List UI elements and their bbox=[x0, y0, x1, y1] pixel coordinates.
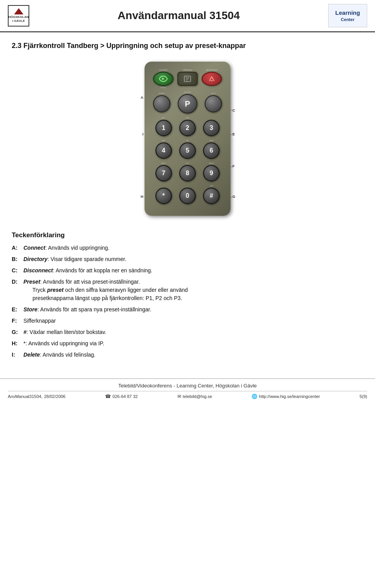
directory-label: directory bbox=[177, 69, 198, 71]
legend-item-a: A: Connect: Används vid uppringning. bbox=[12, 244, 363, 252]
menu-sub-label: menu bbox=[153, 86, 173, 89]
delete-sub-label: delete bbox=[153, 92, 170, 94]
legend-text-f: Sifferknappar bbox=[23, 317, 56, 325]
num-btn-1: abc 1 bbox=[153, 117, 174, 136]
phone-icon: ☎ bbox=[105, 394, 111, 399]
key-0[interactable]: 0 bbox=[179, 188, 196, 204]
num-btn-5: jkl 5 bbox=[177, 139, 198, 159]
legend-text-h: *: Används vid uppringning via IP. bbox=[23, 339, 104, 348]
footer-email-address: telebild@hig.se bbox=[183, 394, 212, 399]
footer-bottom: AnvManual31504, 28/02/2006 ☎ 026-64 87 3… bbox=[8, 391, 367, 399]
legend-key-e: E: bbox=[12, 306, 23, 314]
legend-key-b: B: bbox=[12, 255, 23, 263]
footer: Telebild/Videokonferens - Learning Cente… bbox=[0, 378, 375, 399]
legend-text-g: #: Växlar mellan liten/stor bokstav. bbox=[23, 328, 106, 336]
remote-section: A B C D I E F H G bbox=[55, 58, 320, 224]
legend-item-c: C: Disconnect: Används för att koppla ne… bbox=[12, 266, 363, 275]
header: HÖGSKOLAN I GÄVLE Användarmanual 31504 L… bbox=[0, 0, 375, 32]
footer-phone-number: 026-64 87 32 bbox=[112, 394, 138, 399]
num-btn-2: def 2 bbox=[177, 117, 198, 136]
key-3[interactable]: 3 bbox=[203, 120, 220, 136]
footer-main-text: Telebild/Videokonferens - Learning Cente… bbox=[8, 383, 367, 389]
delete-button[interactable] bbox=[153, 95, 170, 112]
presets-button[interactable]: P bbox=[178, 94, 197, 114]
num-btn-9: wxyz 9 bbox=[201, 162, 222, 181]
legend-item-e: E: Store: Används för att spara nya pres… bbox=[12, 306, 363, 314]
footer-web: 🌐 http://www.hig.se/learningcenter bbox=[252, 394, 320, 399]
legend-key-g: G: bbox=[12, 328, 23, 336]
footer-date: 28/02/2006 bbox=[44, 394, 66, 399]
legend-key-d: D: bbox=[12, 278, 23, 302]
logo-text-line1: HÖGSKOLAN bbox=[9, 15, 29, 19]
presets-letter: P bbox=[185, 99, 190, 108]
num-btn-4: ghi 4 bbox=[153, 139, 174, 159]
key-5[interactable]: 5 bbox=[179, 142, 196, 159]
legend-text-c: Disconnect: Används för att koppla ner e… bbox=[23, 266, 152, 275]
footer-page-number: 5(9) bbox=[359, 394, 367, 399]
num-btn-hash: a/A # bbox=[201, 185, 222, 204]
key-4[interactable]: 4 bbox=[155, 142, 172, 159]
legend-text-d: Preset: Används för att visa preset-inst… bbox=[23, 278, 188, 302]
email-icon: ✉ bbox=[177, 394, 181, 399]
legend-text-e: Store: Används för att spara nya preset-… bbox=[23, 306, 152, 314]
logo-text-line2: I GÄVLE bbox=[12, 19, 25, 23]
legend-key-i: I: bbox=[12, 351, 23, 359]
legend-title: Teckenförklaring bbox=[12, 231, 363, 239]
legend-key-c: C: bbox=[12, 266, 23, 275]
num-btn-3: 3 bbox=[201, 117, 222, 136]
key-star[interactable]: * bbox=[155, 188, 172, 204]
footer-email: ✉ telebild@hig.se bbox=[177, 394, 212, 399]
key-9[interactable]: 9 bbox=[203, 165, 220, 181]
store-button[interactable] bbox=[205, 95, 222, 112]
legend-key-a: A: bbox=[12, 244, 23, 252]
legend-text-a: Connect: Används vid uppringning. bbox=[23, 244, 109, 252]
num-btn-6: mno 6 bbox=[201, 139, 222, 159]
learning-label: Learning bbox=[335, 9, 360, 17]
legend-item-g: G: #: Växlar mellan liten/stor bokstav. bbox=[12, 328, 363, 336]
web-icon: 🌐 bbox=[252, 394, 257, 399]
legend-text-b: Directory: Visar tidigare sparade nummer… bbox=[23, 255, 127, 263]
logo-area: HÖGSKOLAN I GÄVLE bbox=[8, 5, 29, 27]
num-btn-star: * bbox=[153, 185, 174, 204]
num-btn-8: tuv 8 bbox=[177, 162, 198, 181]
legend-key-f: F: bbox=[12, 317, 23, 325]
legend-text-i: Delete: Används vid felinslag. bbox=[23, 351, 95, 359]
remote-control: connect menu directory disconnect bbox=[145, 62, 230, 216]
legend-item-d: D: Preset: Används för att visa preset-i… bbox=[12, 278, 363, 302]
footer-page: 5(9) bbox=[359, 394, 367, 399]
connect-button[interactable] bbox=[153, 72, 173, 86]
hogskolan-logo: HÖGSKOLAN I GÄVLE bbox=[8, 5, 29, 27]
footer-left: AnvManual31504, 28/02/2006 bbox=[8, 394, 66, 399]
main-content: 2.3 Fjärrkontroll Tandberg > Uppringning… bbox=[0, 32, 375, 371]
disconnect-button[interactable] bbox=[202, 72, 222, 86]
key-1[interactable]: 1 bbox=[155, 120, 172, 136]
presets-sub-label: presets bbox=[178, 91, 197, 93]
footer-phone: ☎ 026-64 87 32 bbox=[105, 394, 138, 399]
page-title: Användarmanual 31504 bbox=[29, 9, 328, 22]
legend-item-i: I: Delete: Används vid felinslag. bbox=[12, 351, 363, 359]
legend-item-h: H: *: Används vid uppringning via IP. bbox=[12, 339, 363, 348]
legend-section: Teckenförklaring A: Connect: Används vid… bbox=[12, 231, 363, 359]
disconnect-label: disconnect bbox=[202, 69, 222, 71]
connect-label: connect bbox=[153, 69, 173, 71]
num-btn-7: pqrs 7 bbox=[153, 162, 174, 181]
legend-item-f: F: Sifferknappar bbox=[12, 317, 363, 325]
legend-item-b: B: Directory: Visar tidigare sparade num… bbox=[12, 255, 363, 263]
footer-web-url: http://www.hig.se/learningcenter bbox=[259, 394, 320, 399]
center-label: Center bbox=[341, 17, 355, 22]
remote-body-container: connect menu directory disconnect bbox=[55, 58, 320, 224]
store-sub-label: store bbox=[205, 92, 222, 94]
key-7[interactable]: 7 bbox=[155, 165, 172, 181]
num-btn-0: ⎵ 0 bbox=[177, 185, 198, 204]
learning-center-logo: Learning Center bbox=[328, 4, 367, 27]
key-hash[interactable]: # bbox=[203, 188, 220, 204]
directory-button[interactable] bbox=[177, 72, 198, 86]
footer-manual-name: AnvManual31504, bbox=[8, 394, 43, 399]
legend-key-h: H: bbox=[12, 339, 23, 348]
key-2[interactable]: 2 bbox=[179, 120, 196, 136]
key-8[interactable]: 8 bbox=[179, 165, 196, 181]
numpad: abc 1 def 2 3 ghi 4 bbox=[153, 117, 222, 204]
section-title: 2.3 Fjärrkontroll Tandberg > Uppringning… bbox=[12, 42, 363, 50]
key-6[interactable]: 6 bbox=[203, 142, 220, 159]
